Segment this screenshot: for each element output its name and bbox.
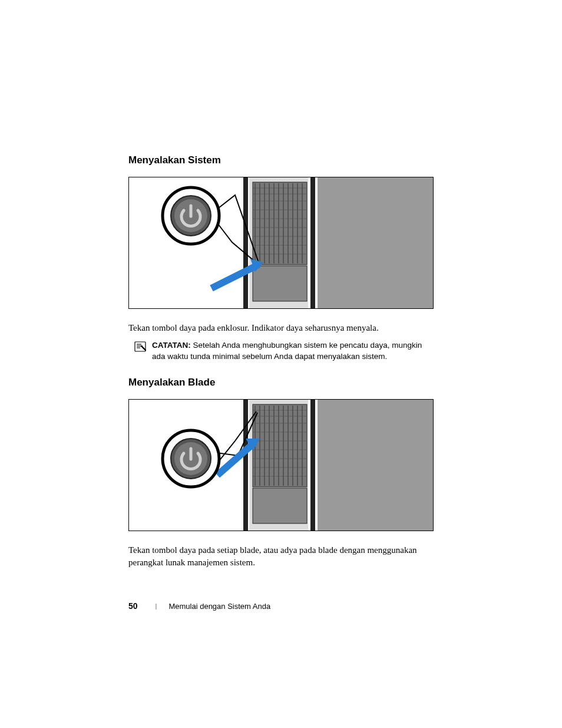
svg-rect-1: [243, 177, 248, 309]
svg-rect-4: [253, 182, 307, 265]
page-number: 50: [128, 601, 138, 611]
page-footer: 50 | Memulai dengan Sistem Anda: [128, 601, 270, 611]
heading-section-1: Menyalakan Sistem: [128, 154, 434, 166]
svg-rect-35: [243, 400, 248, 531]
note-icon: [134, 341, 146, 354]
svg-rect-59: [253, 488, 307, 523]
svg-rect-0: [318, 177, 434, 309]
svg-rect-2: [310, 177, 315, 309]
footer-title: Memulai dengan Sistem Anda: [168, 602, 270, 611]
note-body: Setelah Anda menghubungkan sistem ke pen…: [152, 341, 422, 361]
figure-power-on-system: [128, 177, 434, 309]
svg-rect-36: [310, 400, 315, 531]
figure-power-on-blade: [128, 399, 434, 531]
heading-section-2: Menyalakan Blade: [128, 377, 434, 388]
note-block: CATATAN: Setelah Anda menghubungkan sist…: [128, 340, 434, 363]
body-text-section-1: Tekan tombol daya pada enklosur. Indikat…: [128, 322, 434, 334]
svg-rect-25: [253, 266, 307, 301]
svg-rect-34: [318, 400, 434, 531]
body-text-section-2: Tekan tombol daya pada setiap blade, ata…: [128, 544, 434, 569]
note-text: CATATAN: Setelah Anda menghubungkan sist…: [152, 340, 434, 363]
footer-separator: |: [156, 602, 157, 610]
svg-rect-38: [253, 404, 307, 487]
svg-rect-30: [135, 342, 146, 351]
note-label: CATATAN:: [152, 341, 191, 350]
